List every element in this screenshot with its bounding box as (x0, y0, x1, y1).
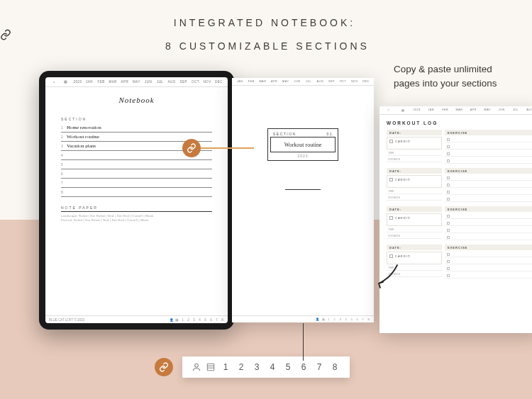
checkbox-icon[interactable] (447, 184, 450, 186)
checkbox-icon[interactable] (447, 176, 450, 179)
section-list: 1Home renovation 2Workout routine 3Vacat… (61, 123, 212, 197)
checkbox-icon[interactable] (447, 229, 450, 232)
list-item[interactable]: 1Home renovation (61, 123, 212, 133)
page-nav[interactable]: 👤 ▦ 12345678 (316, 317, 370, 321)
distance-label[interactable]: DISTANCE (387, 196, 442, 201)
distance-label[interactable]: DISTANCE (387, 234, 442, 239)
checkbox-icon[interactable] (447, 267, 450, 270)
list-item[interactable]: 6 (61, 169, 212, 179)
checkbox-icon[interactable] (389, 178, 393, 181)
exercise-line[interactable] (445, 266, 532, 271)
year-label[interactable]: 2023 (72, 80, 84, 84)
cardio-box[interactable]: CARDIO (387, 137, 442, 150)
page-num[interactable]: 7 (311, 362, 327, 372)
book-icon[interactable]: ▦ (321, 317, 325, 321)
book-icon[interactable]: ▦ (175, 318, 179, 322)
time-label[interactable]: TIME (387, 227, 442, 232)
page-num[interactable]: 6 (296, 362, 311, 372)
calendar-icon[interactable]: ▦ (60, 80, 72, 84)
exercise-line[interactable] (445, 182, 532, 188)
list-item[interactable]: 5 (61, 160, 212, 169)
checkbox-icon[interactable] (389, 216, 393, 220)
time-label[interactable]: TIME (387, 151, 442, 156)
exercise-line[interactable] (445, 151, 532, 157)
list-item[interactable]: 7 (61, 179, 212, 188)
exercise-label: EXERCISE (445, 206, 532, 212)
person-icon[interactable]: 👤 (316, 317, 319, 321)
exercise-line[interactable] (445, 189, 532, 195)
exercise-line[interactable] (445, 252, 532, 257)
person-icon[interactable] (189, 362, 204, 372)
checkbox-icon[interactable] (447, 152, 450, 155)
month-bar[interactable]: ⌂ ▦ 2023 JANFEBMARAPRMAYJUNJULAUG (379, 106, 532, 115)
checkbox-icon[interactable] (447, 215, 450, 218)
person-icon[interactable]: 👤 (170, 318, 173, 322)
checkbox-icon[interactable] (447, 198, 450, 201)
checkbox-icon[interactable] (447, 260, 450, 263)
exercise-line[interactable] (445, 220, 532, 226)
list-item[interactable]: 8 (61, 188, 212, 197)
workout-page: ⌂ ▦ 2023 JANFEBMARAPRMAYJUNJULAUG WORKOU… (379, 106, 532, 333)
exercise-line[interactable] (445, 137, 532, 142)
svg-rect-1 (207, 364, 214, 370)
home-icon[interactable]: ⌂ (382, 108, 396, 112)
caption: Copy & paste unlimited pages into your s… (394, 62, 521, 90)
headline-pre: INTEGRATED NOTEBOOK: (174, 17, 355, 28)
section-page: JANFEBMARAPRMAYJUNJULAUGSEPOCTNOVDEC SEC… (232, 78, 374, 322)
exercise-line[interactable] (445, 175, 532, 181)
page-num[interactable]: 4 (265, 362, 280, 372)
page-num[interactable]: 8 (327, 362, 343, 372)
section-card-body[interactable]: Workout routine (270, 137, 336, 152)
page-num[interactable]: 2 (233, 362, 249, 372)
page-num[interactable]: 3 (249, 362, 265, 372)
svg-point-0 (195, 364, 199, 367)
exercise-line[interactable] (445, 273, 532, 279)
section-card: SECTION 01 Workout routine 2023 (267, 128, 338, 161)
book-icon[interactable] (204, 362, 218, 372)
footer-bar: BLUE CAT LOFT © 2023 👤 ▦ 12345678 (45, 315, 228, 323)
checkbox-icon[interactable] (447, 274, 450, 277)
checkbox-icon[interactable] (389, 254, 393, 258)
home-icon[interactable]: ⌂ (48, 80, 60, 84)
date-label[interactable]: DATE: (387, 130, 442, 135)
workout-row: DATE: CARDIO TIME DISTANCE EXERCISE (387, 168, 532, 202)
exercise-line[interactable] (445, 158, 532, 164)
checkbox-icon[interactable] (447, 138, 450, 141)
distance-label[interactable]: DISTANCE (387, 157, 442, 162)
date-label[interactable]: DATE: (387, 168, 442, 174)
bottom-nav[interactable]: 1 2 3 4 5 6 7 8 (182, 356, 350, 378)
page-nav[interactable]: 👤 ▦ 12345678 (170, 318, 224, 322)
date-label[interactable]: DATE: (387, 245, 442, 250)
paper-options[interactable]: Landscape: Ruled | Dot Ruled | Grid | Do… (61, 214, 212, 223)
calendar-icon[interactable]: ▦ (396, 108, 410, 112)
exercise-line[interactable] (445, 213, 532, 219)
month-bar[interactable]: ⌂ ▦ 2023 JANFEBMARAPRMAYJUNJULAUGSEPOCTN… (45, 77, 228, 87)
exercise-line[interactable] (445, 227, 532, 233)
cardio-box[interactable]: CARDIO (387, 175, 442, 188)
checkbox-icon[interactable] (447, 159, 450, 162)
exercise-line[interactable] (445, 144, 532, 150)
checkbox-icon[interactable] (447, 236, 450, 239)
checkbox-icon[interactable] (447, 191, 450, 193)
month-bar[interactable]: JANFEBMARAPRMAYJUNJULAUGSEPOCTNOVDEC (232, 78, 374, 86)
workout-row: DATE: CARDIO TIME DISTANCE EXERCISE (387, 130, 532, 164)
checkbox-icon[interactable] (447, 145, 450, 148)
page-title: Notebook (45, 96, 228, 104)
link-badge (155, 358, 173, 376)
divider (61, 211, 212, 212)
page-num[interactable]: 1 (218, 362, 233, 372)
time-label[interactable]: TIME (387, 189, 442, 194)
section-label: SECTION (61, 117, 228, 121)
date-label[interactable]: DATE: (387, 206, 442, 212)
page-num[interactable]: 5 (280, 362, 296, 372)
checkbox-icon[interactable] (389, 140, 393, 143)
exercise-line[interactable] (445, 235, 532, 240)
cardio-box[interactable]: CARDIO (387, 213, 442, 226)
exercise-line[interactable] (445, 196, 532, 202)
workout-row: DATE: CARDIO TIME DISTANCE EXERCISE (387, 206, 532, 240)
ipad-frame: ⌂ ▦ 2023 JANFEBMARAPRMAYJUNJULAUGSEPOCTN… (39, 71, 234, 330)
link-icon (0, 29, 532, 40)
checkbox-icon[interactable] (447, 222, 450, 225)
exercise-line[interactable] (445, 259, 532, 264)
checkbox-icon[interactable] (447, 253, 450, 256)
